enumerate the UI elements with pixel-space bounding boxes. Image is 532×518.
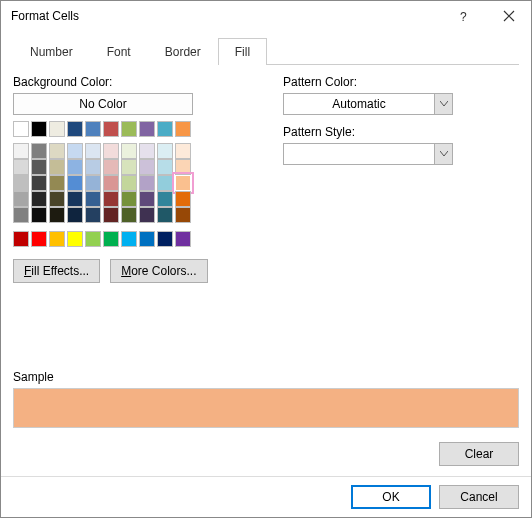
color-swatch[interactable] xyxy=(139,231,155,247)
palette-row xyxy=(13,191,233,207)
color-swatch[interactable] xyxy=(139,191,155,207)
cancel-button[interactable]: Cancel xyxy=(439,485,519,509)
color-swatch[interactable] xyxy=(175,159,191,175)
palette-row xyxy=(13,159,233,175)
tab-fill[interactable]: Fill xyxy=(218,38,267,65)
color-swatch[interactable] xyxy=(85,207,101,223)
svg-text:?: ? xyxy=(460,10,467,23)
color-swatch[interactable] xyxy=(13,121,29,137)
color-swatch[interactable] xyxy=(49,207,65,223)
more-colors-button[interactable]: More Colors... xyxy=(110,259,207,283)
color-swatch[interactable] xyxy=(157,159,173,175)
palette-row xyxy=(13,175,233,191)
color-swatch[interactable] xyxy=(103,143,119,159)
color-swatch[interactable] xyxy=(139,207,155,223)
color-swatch[interactable] xyxy=(175,207,191,223)
color-swatch[interactable] xyxy=(31,231,47,247)
color-swatch[interactable] xyxy=(85,143,101,159)
color-swatch[interactable] xyxy=(13,159,29,175)
color-swatch[interactable] xyxy=(121,175,137,191)
color-swatch[interactable] xyxy=(85,159,101,175)
sample-label: Sample xyxy=(13,370,519,384)
color-swatch[interactable] xyxy=(31,175,47,191)
color-swatch[interactable] xyxy=(103,191,119,207)
color-swatch[interactable] xyxy=(49,191,65,207)
color-swatch[interactable] xyxy=(31,159,47,175)
color-swatch[interactable] xyxy=(121,231,137,247)
color-swatch[interactable] xyxy=(175,191,191,207)
color-swatch[interactable] xyxy=(49,231,65,247)
tab-border[interactable]: Border xyxy=(148,38,218,65)
color-swatch[interactable] xyxy=(157,121,173,137)
color-swatch[interactable] xyxy=(49,159,65,175)
color-swatch[interactable] xyxy=(67,175,83,191)
no-color-button[interactable]: No Color xyxy=(13,93,193,115)
palette-row xyxy=(13,143,233,159)
close-button[interactable] xyxy=(486,1,531,31)
color-swatch[interactable] xyxy=(157,175,173,191)
color-swatch[interactable] xyxy=(67,207,83,223)
color-swatch[interactable] xyxy=(121,207,137,223)
color-swatch[interactable] xyxy=(175,231,191,247)
color-swatch[interactable] xyxy=(31,207,47,223)
color-swatch[interactable] xyxy=(49,175,65,191)
color-swatch[interactable] xyxy=(13,143,29,159)
titlebar: Format Cells ? xyxy=(1,1,531,31)
color-swatch[interactable] xyxy=(139,143,155,159)
color-swatch[interactable] xyxy=(85,121,101,137)
color-swatch[interactable] xyxy=(31,191,47,207)
tab-font[interactable]: Font xyxy=(90,38,148,65)
palette-row xyxy=(13,207,233,223)
color-swatch[interactable] xyxy=(67,143,83,159)
tab-strip: Number Font Border Fill xyxy=(13,37,519,65)
color-swatch[interactable] xyxy=(103,159,119,175)
color-swatch[interactable] xyxy=(103,231,119,247)
color-swatch[interactable] xyxy=(85,231,101,247)
color-swatch[interactable] xyxy=(139,159,155,175)
dialog-footer: OK Cancel xyxy=(1,476,531,517)
color-swatch[interactable] xyxy=(67,191,83,207)
pattern-color-label: Pattern Color: xyxy=(283,75,519,89)
color-swatch[interactable] xyxy=(121,159,137,175)
color-swatch[interactable] xyxy=(103,207,119,223)
color-swatch[interactable] xyxy=(67,121,83,137)
color-swatch[interactable] xyxy=(139,121,155,137)
color-swatch[interactable] xyxy=(31,143,47,159)
color-swatch[interactable] xyxy=(85,175,101,191)
color-swatch[interactable] xyxy=(13,191,29,207)
color-swatch[interactable] xyxy=(175,175,191,191)
color-swatch[interactable] xyxy=(175,143,191,159)
color-swatch[interactable] xyxy=(67,231,83,247)
color-swatch[interactable] xyxy=(157,231,173,247)
clear-button[interactable]: Clear xyxy=(439,442,519,466)
color-swatch[interactable] xyxy=(139,175,155,191)
color-swatch[interactable] xyxy=(67,159,83,175)
color-swatch[interactable] xyxy=(121,143,137,159)
color-swatch[interactable] xyxy=(157,191,173,207)
fill-effects-button[interactable]: Fill Effects... xyxy=(13,259,100,283)
color-swatch[interactable] xyxy=(103,121,119,137)
color-swatch[interactable] xyxy=(13,207,29,223)
tab-number[interactable]: Number xyxy=(13,38,90,65)
color-swatch[interactable] xyxy=(13,231,29,247)
dialog-title: Format Cells xyxy=(11,9,441,23)
ok-button[interactable]: OK xyxy=(351,485,431,509)
color-swatch[interactable] xyxy=(121,121,137,137)
color-swatch[interactable] xyxy=(121,191,137,207)
color-swatch[interactable] xyxy=(103,175,119,191)
color-swatch[interactable] xyxy=(13,175,29,191)
help-button[interactable]: ? xyxy=(441,1,486,31)
color-swatch[interactable] xyxy=(49,121,65,137)
background-color-label: Background Color: xyxy=(13,75,233,89)
color-swatch[interactable] xyxy=(175,121,191,137)
color-swatch[interactable] xyxy=(157,143,173,159)
pattern-color-dropdown[interactable]: Automatic xyxy=(283,93,453,115)
color-swatch[interactable] xyxy=(85,191,101,207)
palette-row xyxy=(13,121,233,137)
color-swatch[interactable] xyxy=(157,207,173,223)
pattern-style-dropdown[interactable] xyxy=(283,143,453,165)
color-swatch[interactable] xyxy=(31,121,47,137)
color-swatch[interactable] xyxy=(49,143,65,159)
pattern-color-value: Automatic xyxy=(284,97,434,111)
pattern-style-label: Pattern Style: xyxy=(283,125,519,139)
